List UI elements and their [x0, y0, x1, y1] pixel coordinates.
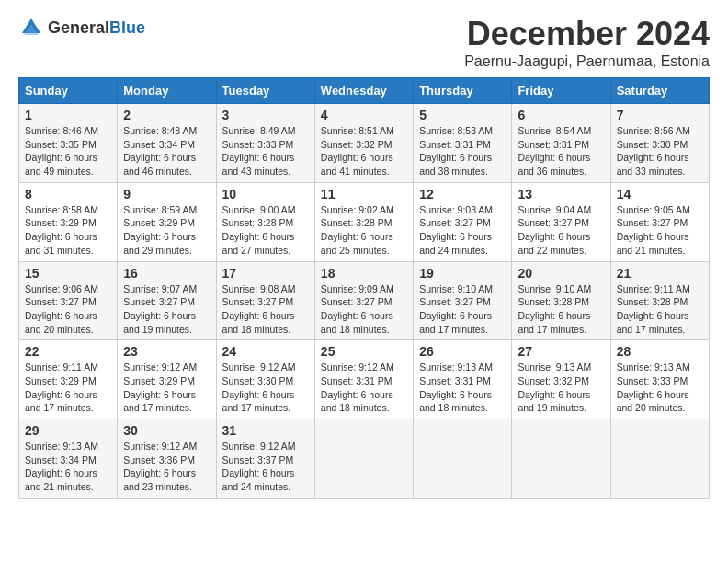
- day-number: 15: [25, 266, 111, 281]
- calendar-table: SundayMondayTuesdayWednesdayThursdayFrid…: [18, 77, 710, 499]
- page-subtitle: Paernu-Jaagupi, Paernumaa, Estonia: [464, 53, 710, 70]
- calendar-cell: [610, 419, 709, 499]
- calendar-cell: 7 Sunrise: 8:56 AMSunset: 3:30 PMDayligh…: [610, 104, 709, 183]
- calendar-cell: [512, 419, 610, 499]
- day-info: Sunrise: 9:13 AMSunset: 3:34 PMDaylight:…: [25, 441, 98, 492]
- day-info: Sunrise: 9:12 AMSunset: 3:29 PMDaylight:…: [123, 362, 197, 413]
- weekday-header-tuesday: Tuesday: [216, 78, 314, 104]
- day-number: 6: [518, 108, 604, 122]
- calendar-cell: 13 Sunrise: 9:04 AMSunset: 3:27 PMDaylig…: [512, 182, 610, 261]
- day-info: Sunrise: 9:05 AMSunset: 3:27 PMDaylight:…: [617, 204, 690, 256]
- weekday-header-saturday: Saturday: [610, 78, 709, 104]
- day-info: Sunrise: 8:59 AMSunset: 3:29 PMDaylight:…: [123, 204, 197, 256]
- day-number: 21: [617, 266, 703, 281]
- weekday-header-sunday: Sunday: [19, 78, 118, 104]
- weekday-header-monday: Monday: [118, 78, 216, 104]
- day-number: 7: [617, 108, 703, 122]
- calendar-cell: 17 Sunrise: 9:08 AMSunset: 3:27 PMDaylig…: [216, 261, 314, 340]
- day-info: Sunrise: 9:03 AMSunset: 3:27 PMDaylight:…: [419, 204, 493, 256]
- day-number: 13: [518, 187, 604, 201]
- day-number: 30: [123, 423, 210, 438]
- day-number: 8: [25, 187, 111, 201]
- calendar-cell: 21 Sunrise: 9:11 AMSunset: 3:28 PMDaylig…: [610, 261, 709, 340]
- calendar-cell: 11 Sunrise: 9:02 AMSunset: 3:28 PMDaylig…: [314, 182, 413, 261]
- day-number: 17: [222, 266, 309, 281]
- calendar-cell: 4 Sunrise: 8:51 AMSunset: 3:32 PMDayligh…: [314, 104, 413, 183]
- logo-icon: [18, 15, 44, 40]
- calendar-cell: 16 Sunrise: 9:07 AMSunset: 3:27 PMDaylig…: [118, 261, 216, 340]
- day-number: 5: [419, 108, 506, 122]
- page-title: December 2024: [464, 15, 710, 53]
- day-number: 25: [321, 344, 407, 359]
- title-area: December 2024 Paernu-Jaagupi, Paernumaa,…: [464, 15, 710, 70]
- day-info: Sunrise: 9:02 AMSunset: 3:28 PMDaylight:…: [321, 204, 394, 256]
- calendar-cell: 18 Sunrise: 9:09 AMSunset: 3:27 PMDaylig…: [314, 261, 413, 340]
- calendar-cell: 31 Sunrise: 9:12 AMSunset: 3:37 PMDaylig…: [216, 419, 314, 499]
- calendar-cell: [314, 419, 413, 499]
- page-header: GeneralBlue December 2024 Paernu-Jaagupi…: [18, 15, 710, 70]
- calendar-week-row: 29 Sunrise: 9:13 AMSunset: 3:34 PMDaylig…: [19, 419, 710, 499]
- day-number: 3: [222, 108, 309, 122]
- day-info: Sunrise: 9:12 AMSunset: 3:36 PMDaylight:…: [123, 441, 197, 492]
- day-number: 29: [25, 423, 111, 438]
- weekday-header-friday: Friday: [512, 78, 610, 104]
- calendar-cell: 12 Sunrise: 9:03 AMSunset: 3:27 PMDaylig…: [414, 182, 512, 261]
- day-info: Sunrise: 9:04 AMSunset: 3:27 PMDaylight:…: [518, 204, 591, 256]
- calendar-cell: 3 Sunrise: 8:49 AMSunset: 3:33 PMDayligh…: [216, 104, 314, 183]
- calendar-cell: 2 Sunrise: 8:48 AMSunset: 3:34 PMDayligh…: [118, 104, 216, 183]
- day-info: Sunrise: 9:12 AMSunset: 3:37 PMDaylight:…: [222, 441, 296, 492]
- day-number: 12: [419, 187, 506, 201]
- day-number: 14: [617, 187, 703, 201]
- day-number: 22: [25, 344, 111, 359]
- calendar-cell: 10 Sunrise: 9:00 AMSunset: 3:28 PMDaylig…: [216, 182, 314, 261]
- day-info: Sunrise: 9:08 AMSunset: 3:27 PMDaylight:…: [222, 283, 296, 335]
- calendar-cell: 14 Sunrise: 9:05 AMSunset: 3:27 PMDaylig…: [610, 182, 709, 261]
- day-info: Sunrise: 9:12 AMSunset: 3:30 PMDaylight:…: [222, 362, 296, 413]
- calendar-cell: 15 Sunrise: 9:06 AMSunset: 3:27 PMDaylig…: [19, 261, 118, 340]
- calendar-cell: 20 Sunrise: 9:10 AMSunset: 3:28 PMDaylig…: [512, 261, 610, 340]
- calendar-cell: 30 Sunrise: 9:12 AMSunset: 3:36 PMDaylig…: [118, 419, 216, 499]
- day-info: Sunrise: 8:54 AMSunset: 3:31 PMDaylight:…: [518, 125, 591, 177]
- day-number: 31: [222, 423, 309, 438]
- weekday-header-wednesday: Wednesday: [314, 78, 413, 104]
- day-number: 4: [321, 108, 407, 122]
- day-info: Sunrise: 8:51 AMSunset: 3:32 PMDaylight:…: [321, 125, 394, 177]
- day-number: 16: [123, 266, 210, 281]
- calendar-cell: 1 Sunrise: 8:46 AMSunset: 3:35 PMDayligh…: [19, 104, 118, 183]
- day-info: Sunrise: 8:56 AMSunset: 3:30 PMDaylight:…: [617, 125, 690, 177]
- day-info: Sunrise: 9:10 AMSunset: 3:28 PMDaylight:…: [518, 283, 591, 335]
- day-info: Sunrise: 8:49 AMSunset: 3:33 PMDaylight:…: [222, 125, 296, 177]
- calendar-week-row: 1 Sunrise: 8:46 AMSunset: 3:35 PMDayligh…: [19, 104, 710, 183]
- day-number: 1: [25, 108, 111, 122]
- day-info: Sunrise: 9:13 AMSunset: 3:31 PMDaylight:…: [419, 362, 493, 413]
- day-number: 23: [123, 344, 210, 359]
- calendar-cell: 23 Sunrise: 9:12 AMSunset: 3:29 PMDaylig…: [118, 340, 216, 419]
- calendar-cell: [414, 419, 512, 499]
- day-number: 27: [518, 344, 604, 359]
- calendar-cell: 9 Sunrise: 8:59 AMSunset: 3:29 PMDayligh…: [118, 182, 216, 261]
- calendar-cell: 29 Sunrise: 9:13 AMSunset: 3:34 PMDaylig…: [19, 419, 118, 499]
- day-number: 18: [321, 266, 407, 281]
- day-info: Sunrise: 9:07 AMSunset: 3:27 PMDaylight:…: [123, 283, 197, 335]
- logo-text: GeneralBlue: [48, 18, 145, 38]
- logo: GeneralBlue: [18, 15, 145, 40]
- day-info: Sunrise: 9:13 AMSunset: 3:32 PMDaylight:…: [518, 362, 591, 413]
- calendar-week-row: 15 Sunrise: 9:06 AMSunset: 3:27 PMDaylig…: [19, 261, 710, 340]
- day-info: Sunrise: 8:46 AMSunset: 3:35 PMDaylight:…: [25, 125, 98, 177]
- day-info: Sunrise: 9:12 AMSunset: 3:31 PMDaylight:…: [321, 362, 394, 413]
- day-number: 9: [123, 187, 210, 201]
- day-info: Sunrise: 9:00 AMSunset: 3:28 PMDaylight:…: [222, 204, 296, 256]
- day-info: Sunrise: 8:58 AMSunset: 3:29 PMDaylight:…: [25, 204, 98, 256]
- day-number: 28: [617, 344, 703, 359]
- calendar-cell: 8 Sunrise: 8:58 AMSunset: 3:29 PMDayligh…: [19, 182, 118, 261]
- day-number: 24: [222, 344, 309, 359]
- day-number: 10: [222, 187, 309, 201]
- day-number: 26: [419, 344, 506, 359]
- calendar-cell: 26 Sunrise: 9:13 AMSunset: 3:31 PMDaylig…: [414, 340, 512, 419]
- day-info: Sunrise: 8:48 AMSunset: 3:34 PMDaylight:…: [123, 125, 197, 177]
- day-number: 19: [419, 266, 506, 281]
- calendar-cell: 19 Sunrise: 9:10 AMSunset: 3:27 PMDaylig…: [414, 261, 512, 340]
- day-number: 11: [321, 187, 407, 201]
- calendar-week-row: 22 Sunrise: 9:11 AMSunset: 3:29 PMDaylig…: [19, 340, 710, 419]
- calendar-cell: 6 Sunrise: 8:54 AMSunset: 3:31 PMDayligh…: [512, 104, 610, 183]
